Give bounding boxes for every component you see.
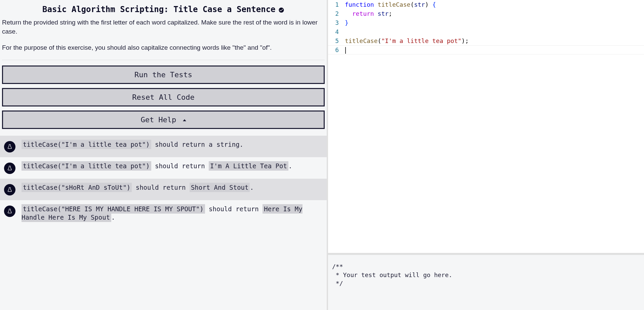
code-line[interactable]: 2 return str; <box>328 9 644 18</box>
test-call-code: titleCase("I'm a little tea pot") <box>22 161 151 171</box>
line-number: 5 <box>328 36 345 45</box>
run-tests-button[interactable]: Run the Tests <box>2 65 325 84</box>
test-mid-text: should return a string. <box>151 141 244 148</box>
completed-check-icon <box>278 7 284 13</box>
line-number: 4 <box>328 27 345 36</box>
flask-icon <box>4 184 15 195</box>
description-paragraph: For the purpose of this exercise, you sh… <box>2 43 325 52</box>
line-number: 3 <box>328 18 345 27</box>
test-expect-code: I'm A Little Tea Pot <box>209 161 288 171</box>
test-call-code: titleCase("HERE IS MY HANDLE HERE IS MY … <box>22 204 205 214</box>
action-buttons: Run the Tests Reset All Code Get Help <box>0 65 327 129</box>
flask-icon <box>4 141 15 152</box>
code-content[interactable]: } <box>345 18 349 27</box>
test-row: titleCase("I'm a little tea pot") should… <box>0 136 327 157</box>
challenge-title-area: Basic Algorithm Scripting: Title Case a … <box>0 0 327 16</box>
test-mid-text: should return <box>132 184 190 191</box>
code-line[interactable]: 1function titleCase(str) { <box>328 0 644 9</box>
code-line[interactable]: 5titleCase("I'm a little tea pot"); <box>328 36 644 45</box>
editor-panel: 1function titleCase(str) {2 return str;3… <box>327 0 644 310</box>
line-number: 6 <box>328 45 345 54</box>
test-text: titleCase("sHoRt AnD sToUt") should retu… <box>22 183 323 192</box>
code-editor[interactable]: 1function titleCase(str) {2 return str;3… <box>328 0 644 253</box>
test-mid-text: should return <box>205 205 263 213</box>
flask-icon <box>4 206 15 217</box>
code-content[interactable]: return str; <box>345 9 392 18</box>
test-text: titleCase("I'm a little tea pot") should… <box>22 140 323 149</box>
test-expect-code: Short And Stout <box>190 183 250 192</box>
caret-up-icon <box>183 119 186 121</box>
test-row: titleCase("sHoRt AnD sToUt") should retu… <box>0 179 327 200</box>
flask-icon <box>4 163 15 174</box>
code-line[interactable]: 6 <box>328 45 644 54</box>
line-number: 2 <box>328 9 345 18</box>
test-text: titleCase("I'm a little tea pot") should… <box>22 162 323 171</box>
tests-list: titleCase("I'm a little tea pot") should… <box>0 136 327 227</box>
code-content[interactable]: function titleCase(str) { <box>345 0 436 9</box>
test-call-code: titleCase("I'm a little tea pot") <box>22 140 151 149</box>
get-help-label: Get Help <box>140 116 176 124</box>
test-mid-text: should return <box>151 162 209 170</box>
test-text: titleCase("HERE IS MY HANDLE HERE IS MY … <box>22 205 323 222</box>
code-content[interactable] <box>345 45 346 54</box>
get-help-button[interactable]: Get Help <box>2 110 325 129</box>
challenge-description: Return the provided string with the firs… <box>0 16 327 52</box>
instructions-panel: Basic Algorithm Scripting: Title Case a … <box>0 0 327 310</box>
code-line[interactable]: 4 <box>328 27 644 36</box>
reset-code-button[interactable]: Reset All Code <box>2 88 325 106</box>
test-call-code: titleCase("sHoRt AnD sToUt") <box>22 183 132 192</box>
text-cursor <box>345 47 346 54</box>
line-number: 1 <box>328 0 345 9</box>
test-row: titleCase("HERE IS MY HANDLE HERE IS MY … <box>0 200 327 227</box>
output-console: /** * Your test output will go here. */ <box>328 253 644 310</box>
code-content[interactable]: titleCase("I'm a little tea pot"); <box>345 36 469 45</box>
code-line[interactable]: 3} <box>328 18 644 27</box>
challenge-title: Basic Algorithm Scripting: Title Case a … <box>42 5 276 14</box>
divider <box>2 60 325 60</box>
test-row: titleCase("I'm a little tea pot") should… <box>0 157 327 179</box>
description-paragraph: Return the provided string with the firs… <box>2 18 325 36</box>
